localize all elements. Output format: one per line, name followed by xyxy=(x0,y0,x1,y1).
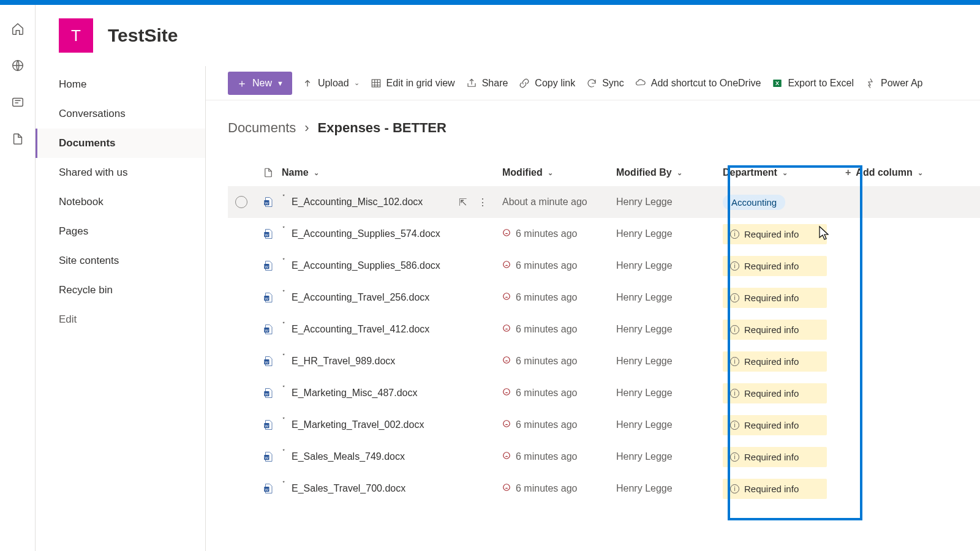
required-info-badge[interactable]: iRequired info xyxy=(723,383,827,403)
required-info-badge[interactable]: iRequired info xyxy=(723,351,827,372)
file-name-cell[interactable]: ⋆E_Marketing_Misc_487.docx xyxy=(282,388,502,399)
nav-home[interactable]: Home xyxy=(36,70,205,99)
table-row[interactable]: W⋆E_Accounting_Travel_256.docx6 minutes … xyxy=(228,282,980,313)
required-info-label: Required info xyxy=(744,293,799,303)
department-cell[interactable]: iRequired info xyxy=(714,415,832,435)
modified-by-cell[interactable]: Henry Legge xyxy=(616,292,714,303)
department-cell[interactable]: iRequired info xyxy=(714,447,832,467)
file-name-cell[interactable]: ⋆E_Sales_Travel_700.docx xyxy=(282,483,502,494)
required-info-badge[interactable]: iRequired info xyxy=(723,256,827,276)
modified-by-cell[interactable]: Henry Legge xyxy=(616,197,714,208)
news-icon[interactable] xyxy=(11,96,24,109)
nav-conversations[interactable]: Conversations xyxy=(36,99,205,129)
modified-by-cell[interactable]: Henry Legge xyxy=(616,356,714,367)
file-name-cell[interactable]: ⋆E_Sales_Meals_749.docx xyxy=(282,451,502,462)
nav-shared[interactable]: Shared with us xyxy=(36,158,205,187)
share-icon[interactable]: ⇱ xyxy=(459,197,467,208)
svg-text:W: W xyxy=(265,329,269,332)
department-cell[interactable]: Accounting xyxy=(714,195,832,210)
required-info-badge[interactable]: iRequired info xyxy=(723,415,827,435)
department-cell[interactable]: iRequired info xyxy=(714,256,832,276)
nav-pages[interactable]: Pages xyxy=(36,217,205,246)
file-type-icon: W xyxy=(255,228,282,239)
nav-documents[interactable]: Documents xyxy=(36,129,205,158)
chevron-down-icon: ⌄ xyxy=(548,169,553,177)
svg-text:W: W xyxy=(265,424,269,428)
modified-by-cell[interactable]: Henry Legge xyxy=(616,388,714,399)
col-modified-header[interactable]: Modified ⌄ xyxy=(502,167,616,178)
department-cell[interactable]: iRequired info xyxy=(714,288,832,308)
department-cell[interactable]: iRequired info xyxy=(714,351,832,372)
table-row[interactable]: W⋆E_Accounting_Supplies_574.docx6 minute… xyxy=(228,218,980,250)
table-row[interactable]: W⋆E_Sales_Meals_749.docx6 minutes agoHen… xyxy=(228,441,980,473)
more-actions-icon[interactable]: ⋮ xyxy=(478,197,488,208)
modified-by-cell[interactable]: Henry Legge xyxy=(616,324,714,335)
nav-recycle-bin[interactable]: Recycle bin xyxy=(36,276,205,305)
file-name: E_Accounting_Travel_412.docx xyxy=(292,324,429,335)
required-info-badge[interactable]: iRequired info xyxy=(723,447,827,467)
modified-by-cell[interactable]: Henry Legge xyxy=(616,419,714,430)
department-cell[interactable]: iRequired info xyxy=(714,224,832,244)
copy-link-button[interactable]: Copy link xyxy=(518,75,576,91)
department-cell[interactable]: iRequired info xyxy=(714,383,832,403)
new-button[interactable]: ＋ New ▼ xyxy=(228,72,292,95)
department-cell[interactable]: iRequired info xyxy=(714,479,832,499)
col-name-header[interactable]: Name ⌄ xyxy=(282,167,502,178)
power-automate-button[interactable]: Power Ap xyxy=(864,75,924,91)
export-excel-button[interactable]: Export to Excel xyxy=(771,75,855,91)
file-name-cell[interactable]: ⋆E_Accounting_Travel_412.docx xyxy=(282,324,502,335)
row-select-cell[interactable] xyxy=(228,196,255,208)
globe-icon[interactable] xyxy=(11,59,24,72)
modified-by-cell[interactable]: Henry Legge xyxy=(616,260,714,271)
col-modifiedby-header[interactable]: Modified By ⌄ xyxy=(616,167,714,178)
add-column-button[interactable]: + Add column ⌄ xyxy=(832,167,923,178)
breadcrumb-root[interactable]: Documents xyxy=(228,120,296,136)
add-shortcut-button[interactable]: Add shortcut to OneDrive xyxy=(634,75,763,91)
modified-by-cell[interactable]: Henry Legge xyxy=(616,228,714,239)
file-name-cell[interactable]: ⋆E_Accounting_Supplies_586.docx xyxy=(282,260,502,271)
col-filetype[interactable] xyxy=(255,167,282,178)
sync-button[interactable]: Sync xyxy=(585,75,625,91)
col-department-header[interactable]: Department ⌄ xyxy=(714,167,832,178)
table-row[interactable]: W⋆E_Sales_Travel_700.docx6 minutes agoHe… xyxy=(228,473,980,504)
modified-by-cell[interactable]: Henry Legge xyxy=(616,483,714,494)
department-cell[interactable]: iRequired info xyxy=(714,320,832,340)
row-select-radio[interactable] xyxy=(235,196,247,208)
modified-by-cell[interactable]: Henry Legge xyxy=(616,451,714,462)
grid-icon xyxy=(371,78,382,89)
table-row[interactable]: W⋆E_Accounting_Misc_102.docx⇱⋮About a mi… xyxy=(228,186,980,218)
table-row[interactable]: W⋆E_Accounting_Supplies_586.docx6 minute… xyxy=(228,250,980,282)
table-row[interactable]: W⋆E_Marketing_Travel_002.docx6 minutes a… xyxy=(228,409,980,441)
file-name-cell[interactable]: ⋆E_Accounting_Misc_102.docx⇱⋮ xyxy=(282,197,502,208)
home-icon[interactable] xyxy=(11,22,24,36)
required-info-badge[interactable]: iRequired info xyxy=(723,320,827,340)
missing-info-icon xyxy=(502,483,511,494)
files-icon[interactable] xyxy=(11,132,24,146)
required-info-badge[interactable]: iRequired info xyxy=(723,288,827,308)
file-type-icon: W xyxy=(255,197,282,208)
col-department-label: Department xyxy=(723,167,777,178)
file-name-cell[interactable]: ⋆E_Marketing_Travel_002.docx xyxy=(282,419,502,430)
share-button[interactable]: Share xyxy=(465,75,510,91)
table-row[interactable]: W⋆E_Accounting_Travel_412.docx6 minutes … xyxy=(228,313,980,345)
required-indicator-icon: ⋆ xyxy=(282,446,285,453)
modified-value: 6 minutes ago xyxy=(516,228,578,239)
file-name-cell[interactable]: ⋆E_HR_Travel_989.docx xyxy=(282,356,502,367)
file-name-cell[interactable]: ⋆E_Accounting_Supplies_574.docx xyxy=(282,228,502,239)
table-row[interactable]: W⋆E_Marketing_Misc_487.docx6 minutes ago… xyxy=(228,377,980,409)
nav-notebook[interactable]: Notebook xyxy=(36,187,205,217)
file-name-cell[interactable]: ⋆E_Accounting_Travel_256.docx xyxy=(282,292,502,303)
table-row[interactable]: W⋆E_HR_Travel_989.docx6 minutes agoHenry… xyxy=(228,345,980,377)
file-type-icon: W xyxy=(255,419,282,430)
edit-grid-button[interactable]: Edit in grid view xyxy=(369,75,456,91)
site-logo[interactable]: T xyxy=(59,18,93,53)
required-info-badge[interactable]: iRequired info xyxy=(723,224,827,244)
app-rail xyxy=(0,5,36,551)
upload-button[interactable]: Upload ⌄ xyxy=(301,75,361,91)
site-title[interactable]: TestSite xyxy=(108,25,178,46)
info-icon: i xyxy=(730,389,739,398)
nav-site-contents[interactable]: Site contents xyxy=(36,246,205,276)
required-info-badge[interactable]: iRequired info xyxy=(723,479,827,499)
svg-text:W: W xyxy=(265,265,269,269)
nav-edit-link[interactable]: Edit xyxy=(36,305,205,334)
